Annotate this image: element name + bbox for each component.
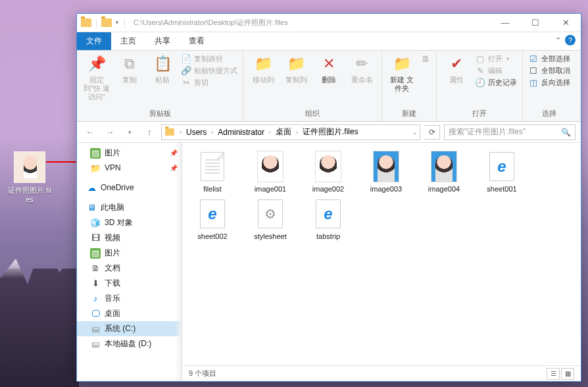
pin-quickaccess-button[interactable]: 📌固定到"快 速访问": [82, 53, 111, 102]
group-label-open: 打开: [442, 109, 517, 120]
crumb-desktop[interactable]: 桌面: [273, 126, 294, 138]
paste-shortcut-button[interactable]: 🔗粘贴快捷方式: [181, 65, 237, 76]
sidebar-item-vpn[interactable]: 📁VPN📌: [77, 161, 182, 175]
sidebar-item-this-pc[interactable]: 🖥此电脑: [77, 200, 182, 215]
copy-button[interactable]: ⧉复制: [115, 53, 144, 84]
onedrive-icon: ☁: [86, 182, 97, 193]
separator: [124, 18, 125, 28]
refresh-button[interactable]: ⟳: [424, 125, 440, 140]
title-bar[interactable]: ▼ C:\Users\Administrator\Desktop\证件照图片.f…: [77, 14, 581, 32]
tab-view[interactable]: 查看: [180, 32, 214, 50]
up-button[interactable]: ↑: [141, 124, 157, 140]
crumb-folder[interactable]: 证件照图片.files: [300, 126, 361, 138]
details-view-button[interactable]: ☰: [547, 368, 560, 380]
invert-icon: ◫: [528, 77, 539, 88]
cut-button[interactable]: ✂剪切: [181, 77, 237, 88]
sidebar-item-pictures[interactable]: ▧图片📌: [77, 145, 182, 161]
tab-home[interactable]: 主页: [111, 32, 145, 50]
sidebar-item-downloads[interactable]: ⬇下载: [77, 276, 182, 291]
separator: [96, 18, 97, 28]
chevron-right-icon[interactable]: ›: [178, 129, 184, 136]
folder-icon: 📁: [90, 163, 101, 173]
cut-icon: ✂: [181, 77, 191, 88]
sidebar-item-onedrive[interactable]: ☁OneDrive: [77, 180, 182, 195]
file-item[interactable]: image004: [422, 151, 466, 193]
explorer-window: ▼ C:\Users\Administrator\Desktop\证件照图片.f…: [76, 13, 581, 382]
pin-icon: 📌: [86, 53, 107, 74]
sidebar-item-pictures2[interactable]: ▧图片: [77, 245, 182, 261]
tab-share[interactable]: 共享: [145, 32, 180, 50]
selectall-icon: ☑: [528, 53, 539, 64]
forward-button[interactable]: →: [102, 124, 118, 140]
file-item[interactable]: esheet002: [190, 198, 235, 240]
maximize-button[interactable]: ☐: [520, 14, 551, 32]
chevron-right-icon[interactable]: ›: [209, 129, 215, 136]
pc-icon: 🖥: [86, 203, 97, 213]
content-pane: filelistimage001image002image003image004…: [182, 143, 581, 381]
sidebar-item-3d[interactable]: 🧊3D 对象: [77, 215, 182, 230]
sidebar-item-desktop[interactable]: 🖵桌面: [77, 306, 182, 321]
delete-icon: ✕: [318, 53, 339, 74]
file-thumb: e: [312, 198, 344, 230]
delete-button[interactable]: ✕删除: [314, 53, 343, 84]
minimize-button[interactable]: —: [490, 14, 520, 32]
file-item[interactable]: etabstrip: [306, 198, 351, 240]
paste-icon: 📋: [152, 53, 173, 74]
help-icon[interactable]: ?: [565, 35, 576, 45]
recent-locations-button[interactable]: ▾: [122, 124, 137, 140]
group-label-clipboard: 剪贴板: [82, 109, 237, 120]
properties-button[interactable]: ✔属性: [442, 53, 471, 84]
pin-icon: 📌: [170, 165, 178, 172]
shortcut-icon: 🔗: [181, 65, 191, 76]
sidebar-item-system-c[interactable]: 🖴系统 (C:): [77, 321, 182, 336]
invert-selection-button[interactable]: ◫反向选择: [528, 77, 570, 88]
file-item[interactable]: filelist: [190, 151, 235, 193]
sidebar-item-local-d[interactable]: 🖴本地磁盘 (D:): [77, 336, 182, 351]
drive-icon: 🖴: [90, 324, 101, 334]
file-item[interactable]: image003: [364, 151, 408, 193]
file-item[interactable]: ⚙stylesheet: [248, 198, 293, 240]
new-folder-icon: 📁: [391, 53, 412, 74]
paste-button[interactable]: 📋粘贴: [148, 53, 177, 84]
search-input[interactable]: 搜索"证件照图片.files" 🔍: [444, 124, 576, 140]
crumb-admin[interactable]: Administrator: [215, 128, 267, 137]
sidebar-item-documents[interactable]: 🗎文档: [77, 261, 182, 276]
crumb-users[interactable]: Users: [184, 128, 209, 137]
edit-button[interactable]: ✎编辑: [475, 65, 517, 76]
copy-path-button[interactable]: 📄复制路径: [181, 53, 237, 64]
search-placeholder: 搜索"证件照图片.files": [449, 126, 526, 138]
breadcrumb[interactable]: › Users › Administrator › 桌面 › 证件照图片.fil…: [161, 124, 420, 140]
chevron-right-icon[interactable]: ›: [267, 129, 273, 136]
file-item[interactable]: image001: [248, 151, 293, 193]
address-dropdown-icon[interactable]: ⌄: [410, 129, 420, 136]
sidebar-item-music[interactable]: ♪音乐: [77, 291, 182, 306]
file-item[interactable]: image002: [306, 151, 351, 193]
new-folder-button[interactable]: 📁新建 文件夹: [387, 53, 416, 93]
history-button[interactable]: 🕘历史记录: [475, 77, 517, 88]
copy-to-button[interactable]: 📁复制到: [282, 53, 310, 84]
icons-view-button[interactable]: ▦: [561, 368, 574, 380]
new-item-button[interactable]: 🗎: [420, 53, 431, 64]
select-all-button[interactable]: ☑全部选择: [528, 53, 570, 64]
tab-file[interactable]: 文件: [77, 32, 111, 50]
sidebar-item-videos[interactable]: 🎞视频: [77, 230, 182, 245]
qat-dropdown-icon[interactable]: ▼: [114, 20, 120, 26]
status-bar: 9 个项目 ☰ ▦: [182, 365, 581, 381]
desktop-folder-icon[interactable]: 证件照图片.fil es: [7, 151, 53, 203]
properties-icon: ✔: [446, 53, 467, 74]
file-item[interactable]: esheet001: [479, 151, 524, 193]
file-thumb: ⚙: [255, 198, 286, 230]
rename-button[interactable]: ✏重命名: [347, 53, 376, 84]
files-grid[interactable]: filelistimage001image002image003image004…: [182, 143, 581, 365]
ribbon-group-new: 📁新建 文件夹 🗎 新建: [382, 51, 437, 121]
history-icon: 🕘: [475, 77, 485, 88]
close-button[interactable]: ✕: [551, 14, 581, 32]
collapse-ribbon-icon[interactable]: ⌃: [555, 36, 561, 45]
back-button[interactable]: ←: [82, 124, 98, 140]
open-button[interactable]: ▢打开▾: [475, 53, 517, 64]
file-label: stylesheet: [254, 232, 287, 240]
file-label: sheet001: [487, 185, 516, 193]
chevron-right-icon[interactable]: ›: [294, 129, 300, 136]
move-to-button[interactable]: 📁移动到: [249, 53, 278, 84]
select-none-button[interactable]: ☐全部取消: [528, 65, 570, 76]
